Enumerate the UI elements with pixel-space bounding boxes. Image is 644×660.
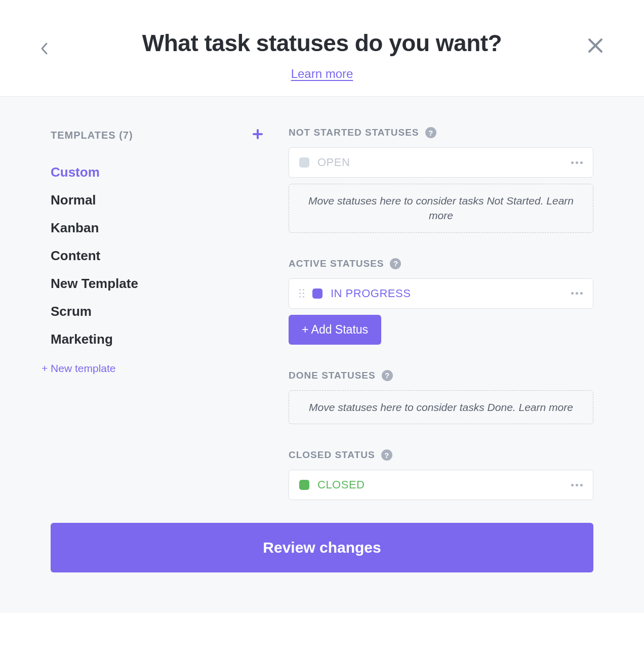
- plus-icon: [252, 129, 263, 140]
- done-title: DONE STATUSES: [289, 370, 376, 381]
- add-template-button[interactable]: [252, 127, 263, 143]
- close-icon: [586, 36, 605, 55]
- status-card-in-progress[interactable]: IN PROGRESS: [289, 278, 593, 309]
- modal-body: TEMPLATES (7) Custom Normal Kanban Conte…: [0, 97, 644, 613]
- help-icon[interactable]: ?: [381, 449, 392, 461]
- status-swatch-icon: [312, 288, 323, 299]
- template-item-kanban[interactable]: Kanban: [51, 214, 263, 242]
- status-card-open[interactable]: OPEN: [289, 147, 593, 178]
- drop-zone-text: Move statuses here to consider tasks Not…: [308, 195, 546, 207]
- close-button[interactable]: [586, 36, 605, 57]
- help-icon[interactable]: ?: [382, 370, 393, 381]
- more-button[interactable]: [571, 161, 583, 164]
- statuses-column: NOT STARTED STATUSES ? OPEN Move statuse…: [289, 127, 593, 583]
- closed-header: CLOSED STATUS ?: [289, 449, 593, 461]
- not-started-section: NOT STARTED STATUSES ? OPEN Move statuse…: [289, 127, 593, 233]
- templates-heading: TEMPLATES (7): [51, 130, 133, 141]
- template-item-new-template[interactable]: New Template: [51, 270, 263, 298]
- status-label: OPEN: [317, 156, 563, 169]
- template-item-normal[interactable]: Normal: [51, 186, 263, 214]
- closed-title: CLOSED STATUS: [289, 449, 375, 461]
- done-drop-zone[interactable]: Move statuses here to consider tasks Don…: [289, 390, 593, 424]
- closed-section: CLOSED STATUS ? CLOSED: [289, 449, 593, 500]
- modal-header: What task statuses do you want? Learn mo…: [0, 0, 644, 97]
- not-started-title: NOT STARTED STATUSES: [289, 127, 419, 138]
- active-title: ACTIVE STATUSES: [289, 258, 384, 269]
- new-template-link[interactable]: + New template: [42, 362, 263, 375]
- drag-handle-icon[interactable]: [299, 289, 304, 298]
- back-button[interactable]: [39, 42, 49, 58]
- status-card-closed[interactable]: CLOSED: [289, 470, 593, 500]
- help-icon[interactable]: ?: [390, 258, 401, 269]
- learn-more-link[interactable]: Learn more: [291, 67, 353, 81]
- not-started-drop-zone[interactable]: Move statuses here to consider tasks Not…: [289, 184, 593, 233]
- more-button[interactable]: [571, 484, 583, 486]
- template-list: Custom Normal Kanban Content New Templat…: [51, 158, 263, 353]
- status-swatch-icon: [299, 157, 309, 168]
- chevron-left-icon: [39, 42, 49, 56]
- templates-header: TEMPLATES (7): [51, 127, 263, 143]
- template-item-custom[interactable]: Custom: [51, 158, 263, 186]
- status-label: IN PROGRESS: [331, 287, 563, 300]
- template-item-scrum[interactable]: Scrum: [51, 298, 263, 325]
- template-item-content[interactable]: Content: [51, 242, 263, 270]
- drop-zone-text: Move statuses here to consider tasks Don…: [309, 401, 518, 413]
- not-started-header: NOT STARTED STATUSES ?: [289, 127, 593, 138]
- status-label: CLOSED: [317, 478, 563, 491]
- done-section: DONE STATUSES ? Move statuses here to co…: [289, 370, 593, 424]
- active-header: ACTIVE STATUSES ?: [289, 258, 593, 269]
- drop-zone-learn-more[interactable]: Learn more: [518, 401, 573, 413]
- add-status-button[interactable]: + Add Status: [289, 315, 381, 345]
- status-swatch-icon: [299, 480, 309, 490]
- active-section: ACTIVE STATUSES ? IN PROGRESS + Add Stat…: [289, 258, 593, 345]
- review-changes-button[interactable]: Review changes: [51, 523, 593, 572]
- more-button[interactable]: [571, 292, 583, 295]
- page-title: What task statuses do you want?: [142, 29, 502, 57]
- template-item-marketing[interactable]: Marketing: [51, 325, 263, 353]
- done-header: DONE STATUSES ?: [289, 370, 593, 381]
- help-icon[interactable]: ?: [425, 127, 436, 138]
- templates-column: TEMPLATES (7) Custom Normal Kanban Conte…: [51, 127, 263, 583]
